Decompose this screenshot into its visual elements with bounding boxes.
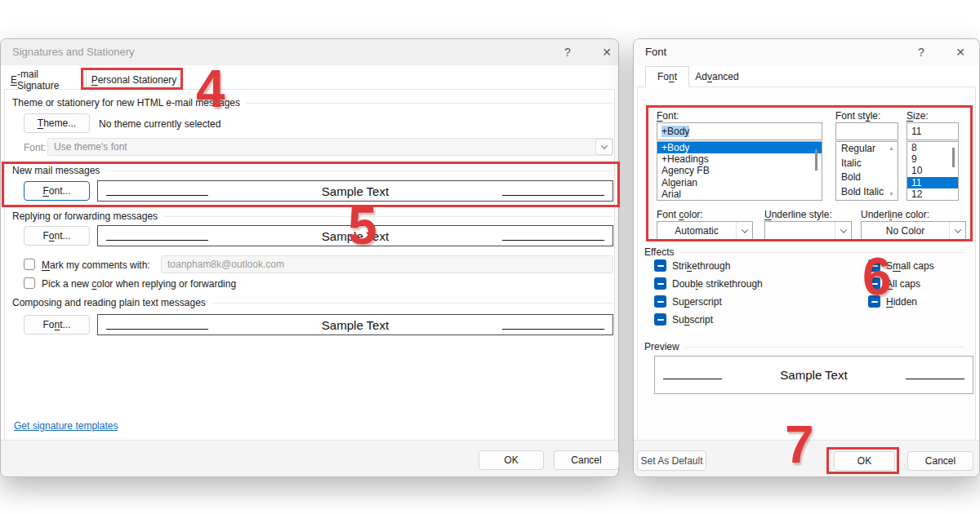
font-dialog: Font ? ✕ Font Advanced Font: Font style:… <box>633 38 980 477</box>
subscript-label[interactable]: Subscript <box>672 314 713 326</box>
chevron-down-icon <box>595 139 612 155</box>
annotation-box-personal-stationery-tab <box>81 68 183 90</box>
title-bar: Font ? ✕ <box>634 39 979 65</box>
theme-button[interactable]: Theme... <box>24 113 90 133</box>
plain-text-sample-preview: Sample Text <box>97 314 613 335</box>
superscript-label[interactable]: Superscript <box>672 296 722 308</box>
help-icon[interactable]: ? <box>557 43 578 61</box>
theme-section-heading: Theme or stationery for new HTML e-mail … <box>12 97 613 109</box>
cancel-button[interactable]: Cancel <box>554 450 619 470</box>
title-bar: Signatures and Stationery ? ✕ <box>1 39 618 65</box>
annotation-step-4: 4 <box>196 67 225 111</box>
get-signature-templates-link[interactable]: Get signature templates <box>14 420 118 432</box>
help-icon[interactable]: ? <box>911 43 932 61</box>
mark-comments-label[interactable]: Mark my comments with: <box>42 259 150 271</box>
close-icon[interactable]: ✕ <box>950 43 971 61</box>
double-strikethrough-checkbox[interactable] <box>654 277 666 290</box>
effects-heading: Effects <box>644 246 964 258</box>
theme-status-text: No theme currently selected <box>99 118 220 130</box>
small-caps-label[interactable]: Small caps <box>886 260 934 272</box>
subscript-checkbox[interactable] <box>654 313 666 326</box>
replying-font-button[interactable]: Font... <box>24 226 90 246</box>
theme-font-dropdown: Use theme's font <box>47 138 613 156</box>
annotation-step-5: 5 <box>348 204 377 248</box>
annotation-box-ok-button <box>826 447 899 474</box>
dialog-title: Font <box>645 46 666 58</box>
plain-text-font-button[interactable]: Font... <box>24 315 90 335</box>
annotation-box-font-section <box>646 105 973 241</box>
tab-email-signature[interactable]: E-mail Signature <box>11 69 82 90</box>
preview-heading: Preview <box>644 341 964 352</box>
theme-font-label: Font: <box>24 142 46 153</box>
pick-color-label[interactable]: Pick a new color when replying or forwar… <box>42 278 236 290</box>
close-icon[interactable]: ✕ <box>596 43 617 61</box>
pick-color-checkbox[interactable] <box>24 277 35 289</box>
dialog-title: Signatures and Stationery <box>12 46 135 58</box>
mark-comments-checkbox[interactable] <box>24 259 35 270</box>
ok-button[interactable]: OK <box>479 450 544 470</box>
tab-advanced[interactable]: Advanced <box>691 66 743 87</box>
plain-text-heading: Composing and reading plain text message… <box>12 297 613 308</box>
dialog-footer: OK Cancel <box>1 440 618 476</box>
mark-comments-input: toanpham8k@outlook.com <box>161 255 613 273</box>
annotation-step-7: 7 <box>785 423 814 467</box>
strikethrough-label[interactable]: Strikethrough <box>672 260 730 272</box>
strikethrough-checkbox[interactable] <box>654 259 666 272</box>
tab-font[interactable]: Font <box>645 66 689 87</box>
double-strikethrough-label[interactable]: Double strikethrough <box>672 278 763 290</box>
preview-box: Sample Text <box>654 356 973 394</box>
annotation-step-6: 6 <box>862 255 892 299</box>
annotation-box-new-mail-section <box>2 162 620 207</box>
superscript-checkbox[interactable] <box>654 295 666 308</box>
cancel-button[interactable]: Cancel <box>907 451 973 471</box>
replying-heading: Replying or forwarding messages <box>12 210 613 222</box>
set-as-default-button[interactable]: Set As Default <box>637 450 706 471</box>
signatures-stationery-dialog: Signatures and Stationery ? ✕ E-mail Sig… <box>0 38 619 477</box>
